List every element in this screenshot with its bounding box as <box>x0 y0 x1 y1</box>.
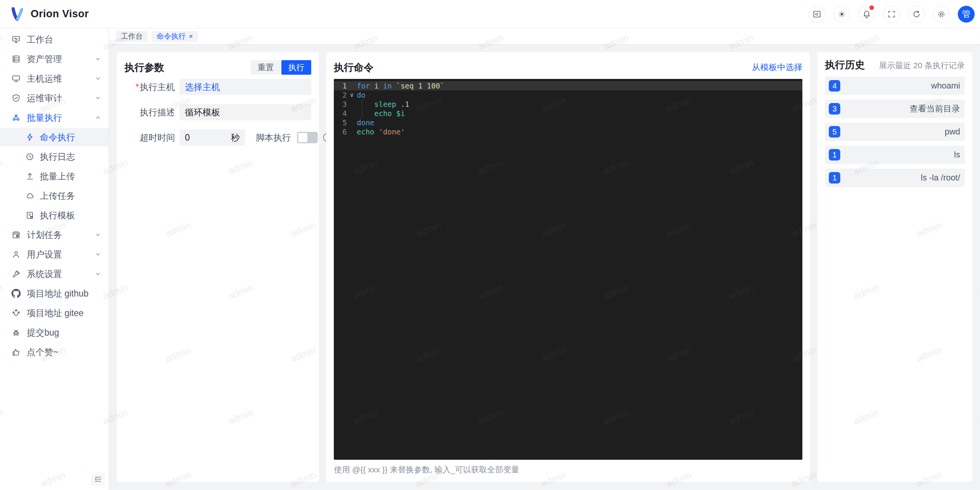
fold-chevron-icon[interactable]: ∨ <box>347 90 357 100</box>
sidebar-item-exec-template[interactable]: 执行模板 <box>0 206 109 225</box>
form-row-host: *执行主机 选择主机 <box>124 79 311 95</box>
code-icon <box>812 10 822 19</box>
sidebar-item-label: 批量上传 <box>40 170 75 182</box>
chevron-down-icon <box>95 75 101 82</box>
gitee-icon <box>11 308 21 318</box>
bug-icon <box>11 328 21 337</box>
sidebar-item-label: 项目地址 github <box>27 288 88 300</box>
sidebar-item-exec-log[interactable]: 执行日志 <box>0 147 109 166</box>
sidebar-item-ops-audit[interactable]: 运维审计 <box>0 89 109 107</box>
sidebar-item-assets[interactable]: 资产管理 <box>0 50 109 68</box>
sidebar-item-label: 运维审计 <box>27 92 62 104</box>
panel-title: 执行参数 <box>124 61 164 74</box>
code-text: do <box>357 90 366 100</box>
history-command: ls <box>954 150 960 160</box>
timeout-input[interactable] <box>185 133 228 143</box>
sidebar-item-workbench[interactable]: 工作台 <box>0 30 109 49</box>
code-editor[interactable]: 1 for i in `seq 1 100` 2 ∨ do 3 sleep .1 <box>334 79 802 460</box>
sidebar-item-report-bug[interactable]: 提交bug <box>0 323 109 342</box>
sidebar-item-label: 点个赞~ <box>27 346 58 358</box>
tab-command-exec[interactable]: 命令执行 × <box>152 31 198 42</box>
history-command: pwd <box>945 127 960 137</box>
sidebar-item-give-star[interactable]: 点个赞~ <box>0 343 109 361</box>
sidebar-item-batch-exec[interactable]: 批量执行 <box>0 108 109 127</box>
sidebar-item-label: 系统设置 <box>27 268 62 280</box>
app-title: Orion Visor <box>31 8 89 20</box>
exec-count-badge: 3 <box>829 103 840 115</box>
exec-count-badge: 1 <box>829 149 840 161</box>
sidebar-item-github-link[interactable]: 项目地址 github <box>0 284 109 303</box>
code-text: sleep .1 <box>357 100 409 109</box>
description-input[interactable] <box>185 107 306 118</box>
header-actions: 管 <box>808 6 975 23</box>
sidebar-item-gitee-link[interactable]: 项目地址 gitee <box>0 304 109 322</box>
tab-label: 命令执行 <box>157 31 186 41</box>
notifications-button[interactable] <box>858 6 875 23</box>
sidebar-item-system-settings[interactable]: 系统设置 <box>0 265 109 283</box>
cloud-icon <box>25 191 34 200</box>
sidebar: 工作台 资产管理 主机运维 <box>0 28 109 490</box>
tab-close-icon[interactable]: × <box>189 33 193 40</box>
description-field-label: 执行描述 <box>124 107 175 118</box>
sidebar-collapse-button[interactable] <box>91 472 105 486</box>
sidebar-item-label: 执行日志 <box>40 151 75 163</box>
sidebar-item-host-ops[interactable]: 主机运维 <box>0 69 109 88</box>
history-item[interactable]: 1 ls <box>825 146 965 164</box>
sidebar-item-label: 主机运维 <box>27 73 62 85</box>
notification-dot <box>869 5 874 10</box>
history-clock-icon <box>25 152 34 161</box>
select-from-template-link[interactable]: 从模板中选择 <box>752 62 802 73</box>
sun-icon <box>837 10 846 19</box>
history-subtitle: 展示最近 20 条执行记录 <box>879 60 965 71</box>
select-host-field[interactable]: 选择主机 <box>180 79 311 95</box>
tab-workbench[interactable]: 工作台 <box>116 31 148 42</box>
sidebar-item-user-settings[interactable]: 用户设置 <box>0 245 109 264</box>
script-exec-toggle[interactable] <box>297 132 318 143</box>
refresh-button[interactable] <box>908 6 925 23</box>
code-line: 2 ∨ do <box>334 90 802 100</box>
menu-fold-icon <box>94 475 102 483</box>
line-number: 6 <box>334 127 347 136</box>
reset-button[interactable]: 重置 <box>251 60 281 75</box>
chevron-down-icon <box>95 232 101 238</box>
required-mark: * <box>136 82 139 92</box>
theme-toggle-button[interactable] <box>833 6 850 23</box>
user-icon <box>11 250 21 259</box>
history-item[interactable]: 5 pwd <box>825 123 965 141</box>
chevron-up-icon <box>95 115 101 121</box>
sidebar-item-batch-upload[interactable]: 批量上传 <box>0 167 109 185</box>
code-text: done <box>357 118 374 127</box>
params-panel-header: 执行参数 重置 执行 <box>124 59 311 76</box>
user-avatar[interactable]: 管 <box>958 6 975 23</box>
dev-tools-button[interactable] <box>808 6 825 23</box>
sidebar-item-upload-tasks[interactable]: 上传任务 <box>0 187 109 205</box>
history-item[interactable]: 1 ls -la /root/ <box>825 169 965 187</box>
indent-guide <box>362 100 362 118</box>
history-command: ls -la /root/ <box>921 173 960 183</box>
sidebar-item-scheduled-tasks[interactable]: 计划任务 <box>0 226 109 244</box>
exec-count-badge: 1 <box>829 172 840 184</box>
history-item[interactable]: 3 查看当前目录 <box>825 100 965 118</box>
code-line: 5 done <box>334 118 802 127</box>
code-text: echo $i <box>357 109 405 118</box>
exec-params-panel: 执行参数 重置 执行 *执行主机 选择主机 执行描述 <box>117 52 319 482</box>
history-item[interactable]: 4 whoami <box>825 77 965 95</box>
bell-icon <box>862 10 871 19</box>
history-command: whoami <box>931 81 960 91</box>
execute-button[interactable]: 执行 <box>281 60 311 75</box>
settings-button[interactable] <box>933 6 950 23</box>
code-line: 1 for i in `seq 1 100` <box>334 81 802 90</box>
script-exec-label: 脚本执行 <box>256 132 291 144</box>
lightning-icon <box>25 133 34 142</box>
brand-v-icon <box>10 7 25 22</box>
calendar-clock-icon <box>11 230 21 239</box>
code-line: 6 echo 'done' <box>334 127 802 136</box>
fullscreen-button[interactable] <box>883 6 900 23</box>
select-host-link[interactable]: 选择主机 <box>185 81 220 93</box>
cluster-icon <box>11 113 21 122</box>
main-area: 工作台 命令执行 × 执行参数 重置 执行 *执行主机 <box>109 28 980 490</box>
sidebar-item-command-exec[interactable]: 命令执行 <box>0 128 109 146</box>
line-number: 5 <box>334 118 347 127</box>
sidebar-item-label: 命令执行 <box>40 131 75 143</box>
history-panel-header: 执行历史 展示最近 20 条执行记录 <box>825 58 965 74</box>
